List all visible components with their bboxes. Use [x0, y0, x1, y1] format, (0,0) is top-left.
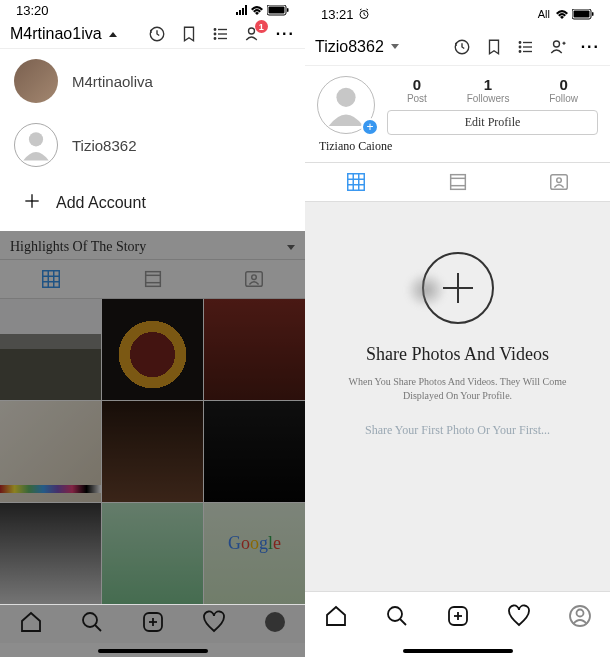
svg-rect-51 — [348, 174, 365, 191]
svg-line-62 — [400, 619, 406, 625]
network-label: All — [538, 8, 550, 20]
svg-point-9 — [214, 38, 216, 40]
svg-line-34 — [364, 15, 366, 16]
avatar — [14, 59, 58, 103]
account-item-tizio[interactable]: Tizio8362 — [0, 113, 305, 177]
more-icon[interactable]: ··· — [581, 38, 600, 56]
list-icon[interactable] — [517, 38, 535, 56]
svg-line-36 — [366, 9, 368, 10]
svg-point-60 — [557, 178, 562, 183]
tab-feed[interactable] — [102, 260, 204, 298]
empty-cta-link[interactable]: Share Your First Photo Or Your First... — [365, 423, 550, 438]
list-icon[interactable] — [212, 25, 230, 43]
status-icons — [236, 5, 289, 16]
svg-point-46 — [519, 50, 521, 52]
bookmark-icon[interactable] — [485, 38, 503, 56]
discover-people-icon[interactable] — [549, 38, 567, 56]
edit-profile-button[interactable]: Edit Profile — [387, 110, 598, 135]
home-indicator — [98, 649, 208, 653]
status-time: 13:20 — [16, 3, 49, 18]
highlights-label: Highlights Of The Story — [10, 239, 146, 255]
empty-title: Share Photos And Videos — [366, 344, 549, 365]
media-grid: Google — [0, 299, 305, 604]
media-thumbnail[interactable] — [0, 299, 101, 400]
home-indicator — [403, 649, 513, 653]
media-thumbnail[interactable] — [102, 299, 203, 400]
archive-icon[interactable] — [453, 38, 471, 56]
svg-rect-1 — [269, 6, 285, 13]
nav-activity-icon[interactable] — [202, 610, 226, 638]
more-icon[interactable]: ··· — [276, 25, 295, 43]
status-bar: 13:21 All — [305, 0, 610, 28]
nav-add-icon[interactable] — [141, 610, 165, 638]
empty-profile-state: Share Photos And Videos When You Share P… — [305, 202, 610, 591]
tab-tagged[interactable] — [203, 260, 305, 298]
nav-home-icon[interactable] — [19, 610, 43, 638]
nav-home-icon[interactable] — [324, 604, 348, 632]
archive-icon[interactable] — [148, 25, 166, 43]
nav-add-icon[interactable] — [446, 604, 470, 632]
chevron-down-icon — [391, 44, 399, 49]
tab-grid[interactable] — [305, 163, 407, 201]
svg-point-31 — [265, 612, 285, 632]
empty-subtitle: When You Share Photos And Videos. They W… — [338, 375, 578, 403]
nav-activity-icon[interactable] — [507, 604, 531, 632]
media-thumbnail[interactable]: Google — [204, 503, 305, 604]
svg-point-61 — [388, 607, 402, 621]
media-thumbnail[interactable] — [0, 401, 101, 502]
bookmark-icon[interactable] — [180, 25, 198, 43]
plus-icon — [22, 191, 42, 215]
account-switcher-trigger[interactable]: M4rtinao1iva — [10, 25, 117, 43]
svg-point-8 — [214, 34, 216, 36]
discover-people-icon[interactable]: 1 — [244, 25, 262, 43]
account-name: M4rtinaoliva — [72, 73, 153, 90]
phone-left: 13:20 M4rtinao1iva 1 ··· — [0, 0, 305, 657]
account-item-m4rtinaoliva[interactable]: M4rtinaoliva — [0, 49, 305, 113]
svg-rect-38 — [574, 10, 590, 17]
nav-search-icon[interactable] — [80, 610, 104, 638]
media-thumbnail[interactable] — [102, 401, 203, 502]
media-thumbnail[interactable] — [102, 503, 203, 604]
stat-followers[interactable]: 1Followers — [467, 76, 510, 104]
stat-posts[interactable]: 0Post — [407, 76, 427, 104]
add-story-icon[interactable]: + — [361, 118, 379, 136]
profile-underlay: Highlights Of The Story Google — [0, 231, 305, 604]
account-switcher-dropdown: M4rtinaoliva Tizio8362 Add Account — [0, 49, 305, 231]
nav-search-icon[interactable] — [385, 604, 409, 632]
account-switcher-trigger[interactable]: Tizio8362 — [315, 38, 399, 56]
tab-feed[interactable] — [407, 163, 509, 201]
svg-point-25 — [252, 275, 257, 280]
profile-stats: + 0Post 1Followers 0Follow Edit Profile — [305, 66, 610, 139]
nav-profile-icon[interactable] — [263, 610, 287, 638]
status-time: 13:21 — [321, 7, 354, 22]
battery-icon — [267, 5, 289, 16]
svg-point-50 — [336, 88, 355, 107]
media-thumbnail[interactable] — [0, 503, 101, 604]
media-thumbnail[interactable] — [204, 299, 305, 400]
svg-point-10 — [248, 28, 254, 34]
notification-badge: 1 — [255, 20, 268, 33]
svg-point-47 — [553, 41, 559, 47]
profile-avatar-wrap[interactable]: + — [317, 76, 377, 134]
add-account-button[interactable]: Add Account — [0, 177, 305, 231]
header-username: Tizio8362 — [315, 38, 384, 56]
tab-grid[interactable] — [0, 260, 102, 298]
signal-icon — [236, 5, 247, 15]
chevron-down-icon — [287, 245, 295, 250]
nav-profile-icon[interactable] — [568, 604, 592, 632]
media-thumbnail[interactable] — [204, 401, 305, 502]
header-username: M4rtinao1iva — [10, 25, 102, 43]
tab-tagged[interactable] — [508, 163, 610, 201]
stat-follow[interactable]: 0Follow — [549, 76, 578, 104]
svg-line-27 — [95, 625, 101, 631]
account-name: Tizio8362 — [72, 137, 136, 154]
svg-rect-39 — [592, 12, 594, 16]
svg-rect-16 — [43, 271, 60, 288]
empty-add-icon — [422, 252, 494, 324]
header-actions: ··· — [453, 38, 600, 56]
profile-view-tabs — [0, 259, 305, 299]
phone-right: 13:21 All Tizio8362 ··· — [305, 0, 610, 657]
svg-point-67 — [576, 609, 583, 616]
status-bar: 13:20 — [0, 0, 305, 21]
svg-rect-2 — [287, 8, 289, 12]
